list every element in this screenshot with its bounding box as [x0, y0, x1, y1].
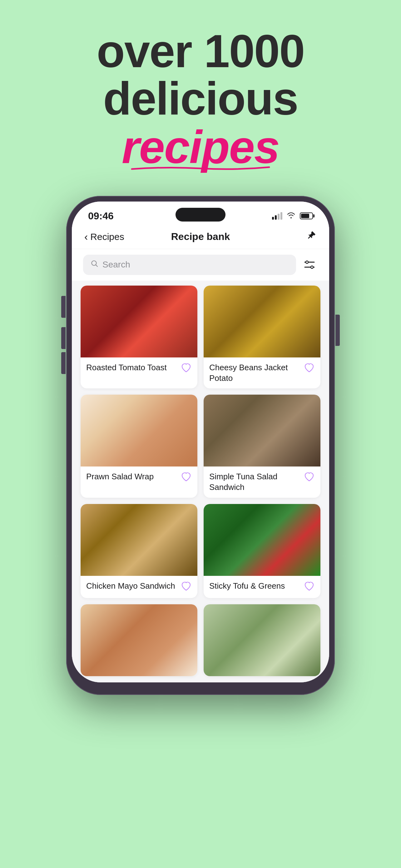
signal-icon: [272, 212, 282, 220]
food-overlay: [204, 504, 321, 576]
hero-section: over 1000 delicious recipes: [0, 0, 401, 196]
recipe-card[interactable]: Chicken Mayo Sandwich: [80, 504, 197, 598]
heart-button[interactable]: [180, 471, 192, 484]
food-overlay: [204, 286, 321, 358]
svg-point-4: [311, 266, 313, 269]
status-icons: [272, 211, 313, 221]
recipe-name: Cheesy Beans Jacket Potato: [209, 363, 300, 384]
heart-button[interactable]: [304, 363, 315, 375]
recipe-image: [204, 604, 321, 676]
recipe-name: Prawn Salad Wrap: [86, 471, 177, 482]
recipe-grid: Roasted Tomato Toast Cheesy Beans Jacket…: [72, 281, 329, 682]
phone-outer: 09:46: [66, 196, 335, 695]
nav-bar: ‹ Recipes Recipe bank: [72, 225, 329, 249]
wifi-icon: [287, 211, 295, 221]
recipe-card[interactable]: Simple Tuna Salad Sandwich: [204, 395, 321, 498]
nav-back-button[interactable]: ‹ Recipes: [84, 230, 124, 243]
food-overlay: [204, 604, 321, 676]
nav-title: Recipe bank: [171, 231, 230, 243]
recipe-name: Sticky Tofu & Greens: [209, 581, 300, 591]
filter-button[interactable]: [301, 257, 318, 272]
food-overlay: [80, 504, 197, 576]
dynamic-island: [175, 208, 226, 221]
search-placeholder: Search: [102, 260, 130, 270]
food-overlay: [80, 395, 197, 466]
heart-button[interactable]: [304, 581, 315, 593]
recipe-name: Chicken Mayo Sandwich: [86, 581, 177, 591]
recipe-image: [80, 286, 197, 358]
heart-button[interactable]: [180, 581, 192, 593]
recipe-info: Chicken Mayo Sandwich: [80, 576, 197, 598]
hero-line2: delicious recipes: [25, 74, 376, 172]
recipe-card[interactable]: Prawn Salad Wrap: [80, 395, 197, 498]
recipe-name: Roasted Tomato Toast: [86, 363, 177, 373]
recipe-image: [80, 504, 197, 576]
phone-screen: 09:46: [72, 202, 329, 682]
nav-back-label: Recipes: [90, 231, 124, 242]
food-overlay: [80, 604, 197, 676]
search-icon: [91, 260, 99, 270]
recipe-image: [204, 395, 321, 466]
svg-point-2: [306, 261, 308, 264]
recipe-card[interactable]: Sticky Tofu & Greens: [204, 504, 321, 598]
battery-icon: [300, 213, 313, 219]
recipe-image: [204, 286, 321, 358]
heart-button[interactable]: [304, 471, 315, 484]
recipe-info: Roasted Tomato Toast: [80, 358, 197, 380]
status-bar: 09:46: [72, 202, 329, 225]
heart-button[interactable]: [180, 363, 192, 375]
search-container: Search: [72, 249, 329, 281]
hero-line1: over 1000: [25, 28, 376, 74]
recipe-card[interactable]: [204, 604, 321, 676]
phone-wrapper: 09:46: [0, 196, 401, 714]
recipe-image: [80, 395, 197, 466]
recipe-name: Simple Tuna Salad Sandwich: [209, 471, 300, 493]
underline-decoration: [25, 165, 376, 171]
recipe-image: [204, 504, 321, 576]
recipe-card[interactable]: Roasted Tomato Toast: [80, 286, 197, 389]
search-input-wrap[interactable]: Search: [83, 255, 296, 275]
recipe-info: Prawn Salad Wrap: [80, 466, 197, 489]
status-time: 09:46: [88, 210, 114, 222]
recipe-card[interactable]: [80, 604, 197, 676]
recipe-info: Sticky Tofu & Greens: [204, 576, 321, 598]
back-chevron-icon: ‹: [84, 230, 88, 243]
recipe-info: Cheesy Beans Jacket Potato: [204, 358, 321, 389]
recipe-card[interactable]: Cheesy Beans Jacket Potato: [204, 286, 321, 389]
pin-icon[interactable]: [307, 230, 317, 243]
food-overlay: [204, 395, 321, 466]
food-overlay: [80, 286, 197, 358]
recipe-info: Simple Tuna Salad Sandwich: [204, 466, 321, 498]
hero-plain-text: delicious: [103, 73, 298, 124]
recipe-image: [80, 604, 197, 676]
